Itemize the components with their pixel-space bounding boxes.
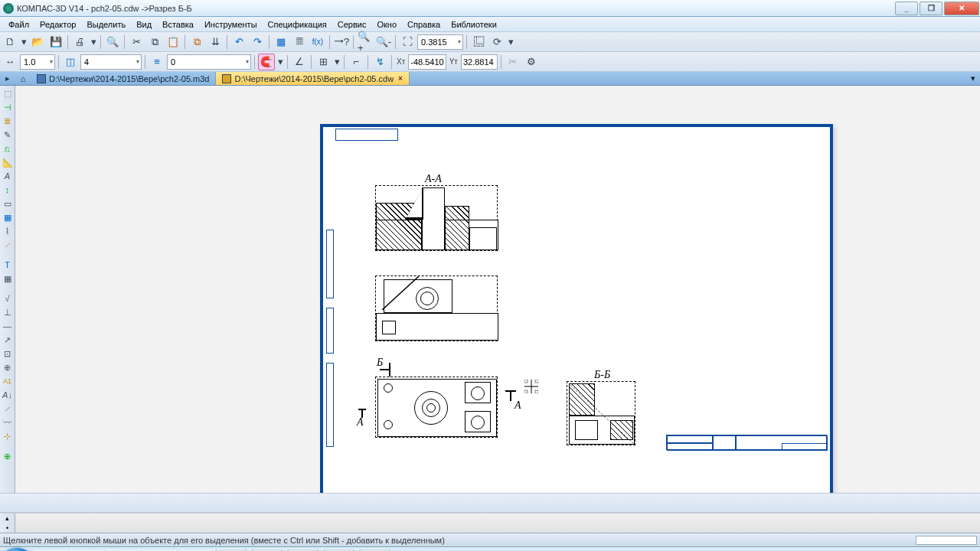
panel-pin-icon[interactable]: • <box>2 523 14 533</box>
section-icon[interactable]: ⟋ <box>2 403 14 415</box>
zoom-fit-button[interactable]: ⛶ <box>399 34 416 51</box>
layer-icon[interactable]: ◫ <box>62 54 79 70</box>
maximize-button[interactable]: ❐ <box>920 2 942 15</box>
copy-button[interactable]: ⧉ <box>146 34 163 51</box>
snap-dropdown[interactable]: ▾ <box>276 54 284 70</box>
save-button[interactable]: 💾 <box>47 34 64 51</box>
properties-button[interactable]: ⧉ <box>188 34 205 51</box>
x-coord[interactable]: -48.5410 <box>408 54 446 70</box>
copy-props-button[interactable]: ⇊ <box>207 34 224 51</box>
variables-button[interactable]: 𝄜 <box>291 34 308 51</box>
doc-tab-1[interactable]: D:\Чертежи\2014-2015\Вере\pch2-05.m3d <box>31 72 216 85</box>
print-dropdown[interactable]: ▾ <box>90 34 97 51</box>
dimensions-icon[interactable]: ⊣ <box>2 101 14 113</box>
base-icon[interactable]: ⊥ <box>2 306 14 318</box>
tab-arrow-icon[interactable]: ▸ <box>0 72 15 85</box>
grid-button[interactable]: ⊞ <box>315 54 332 70</box>
fx-button[interactable]: f(x) <box>309 34 326 51</box>
taskbar-chrome-icon[interactable] <box>70 549 104 552</box>
menu-service[interactable]: Сервис <box>332 18 372 31</box>
undo-button[interactable]: ↶ <box>230 34 247 51</box>
break-button[interactable]: ✂ <box>505 54 521 70</box>
menu-spec[interactable]: Спецификация <box>263 18 332 31</box>
y-coord[interactable]: 32.8814 <box>461 54 498 70</box>
text-b-icon[interactable]: ↕ <box>2 184 14 196</box>
new-button[interactable]: 🗋 <box>2 34 18 51</box>
center-icon[interactable]: ⊹ <box>2 430 14 442</box>
symbols-icon[interactable]: ≣ <box>2 115 14 127</box>
step-combo[interactable]: 1.0▾ <box>20 54 55 70</box>
tabs-expand-icon[interactable]: ▾ <box>966 72 980 85</box>
grid-dropdown[interactable]: ▾ <box>507 34 514 51</box>
taskbar-explorer-icon[interactable]: 📁 <box>142 549 176 552</box>
tab-home-icon[interactable]: ⌂ <box>15 72 31 85</box>
new-dropdown[interactable]: ▾ <box>20 34 28 51</box>
tol-icon[interactable]: A1 <box>2 375 14 387</box>
menu-view[interactable]: Вид <box>131 18 157 31</box>
help-pointer-button[interactable]: ⭢? <box>333 34 350 51</box>
break2-icon[interactable]: ⟋ <box>2 239 14 251</box>
measure-icon[interactable]: 📐 <box>2 156 14 168</box>
minimize-button[interactable]: _ <box>895 2 918 15</box>
tab-close-icon[interactable]: × <box>398 74 403 83</box>
table2-icon[interactable]: ▦ <box>2 211 14 223</box>
taskbar-app4-icon[interactable]: ◉ <box>322 549 356 552</box>
redo-button[interactable]: ↷ <box>249 34 266 51</box>
start-button[interactable] <box>2 548 32 552</box>
doc-tab-2[interactable]: D:\Чертежи\2014-2015\Вере\pch2-05.cdw × <box>216 72 409 85</box>
cut-button[interactable]: ✂ <box>128 34 145 51</box>
zoom-out-button[interactable]: 🔍- <box>375 34 392 51</box>
break-icon[interactable]: ⌇ <box>2 225 14 237</box>
taskbar-ie-icon[interactable]: e <box>34 549 68 552</box>
line-icon[interactable]: — <box>2 320 14 332</box>
print-button[interactable]: 🖨 <box>71 34 88 51</box>
layer-combo[interactable]: 4▾ <box>80 54 142 70</box>
menu-libs[interactable]: Библиотеки <box>446 18 502 31</box>
panel-up-icon[interactable]: ▴ <box>2 514 14 523</box>
taskbar-app5-icon[interactable]: 🟧 <box>358 549 392 552</box>
manager-button[interactable]: ▦ <box>273 34 289 51</box>
menu-window[interactable]: Окно <box>371 18 402 31</box>
taskbar-media-icon[interactable]: ▶ <box>106 549 140 552</box>
taskbar-app2-icon[interactable]: 🖥 <box>250 549 284 552</box>
zoom-in-button[interactable]: 🔍+ <box>357 34 374 51</box>
edit-icon[interactable]: ✎ <box>2 129 14 141</box>
params-icon[interactable]: ⎌ <box>2 142 14 155</box>
linetype-combo[interactable]: 0▾ <box>167 54 251 70</box>
text-tool-icon[interactable]: T <box>2 259 14 271</box>
taskbar-app1-icon[interactable]: 📄 <box>178 549 212 552</box>
show-all-button[interactable]: ⿺ <box>470 34 487 51</box>
menu-select[interactable]: Выделить <box>81 18 131 31</box>
menu-insert[interactable]: Вставка <box>157 18 199 31</box>
taskbar-app3-icon[interactable]: 💻 <box>286 549 320 552</box>
mark-icon[interactable]: ⊡ <box>2 347 14 360</box>
ortho-button[interactable]: ⌐ <box>348 54 364 70</box>
close-button[interactable]: ✕ <box>944 2 979 15</box>
menu-tools[interactable]: Инструменты <box>199 18 263 31</box>
menu-file[interactable]: Файл <box>3 18 34 31</box>
text-a-icon[interactable]: A <box>2 170 14 182</box>
angle-button[interactable]: ∠ <box>291 54 308 70</box>
zoom-combo[interactable]: 0.3815▾ <box>417 34 463 50</box>
geometry-icon[interactable]: ⬚ <box>2 87 14 99</box>
table-tool-icon[interactable]: ▦ <box>2 272 14 285</box>
rough-icon[interactable]: √ <box>2 292 14 305</box>
refresh-button[interactable]: ⟳ <box>488 34 505 51</box>
canvas[interactable]: А-А Б <box>15 86 980 493</box>
open-button[interactable]: 📂 <box>29 34 46 51</box>
linetype-icon[interactable]: ≡ <box>149 54 165 70</box>
options-button[interactable]: ⚙ <box>523 54 540 70</box>
local-cs-button[interactable]: ↯ <box>371 54 388 70</box>
menu-edit[interactable]: Редактор <box>34 18 81 31</box>
pos-icon[interactable]: ⊕ <box>2 361 14 373</box>
arrow-icon[interactable]: A↓ <box>2 389 14 401</box>
paste-button[interactable]: 📋 <box>165 34 181 51</box>
step-icon[interactable]: ↔ <box>2 54 18 70</box>
menu-help[interactable]: Справка <box>402 18 446 31</box>
preview-button[interactable]: 🔍 <box>104 34 121 51</box>
statusbar-pager[interactable] <box>916 536 977 545</box>
table-icon[interactable]: ▭ <box>2 197 14 210</box>
taskbar-kompas-icon[interactable]: ◎ <box>214 549 248 552</box>
grid-dd[interactable]: ▾ <box>333 54 341 70</box>
lead-icon[interactable]: ↗ <box>2 334 14 346</box>
